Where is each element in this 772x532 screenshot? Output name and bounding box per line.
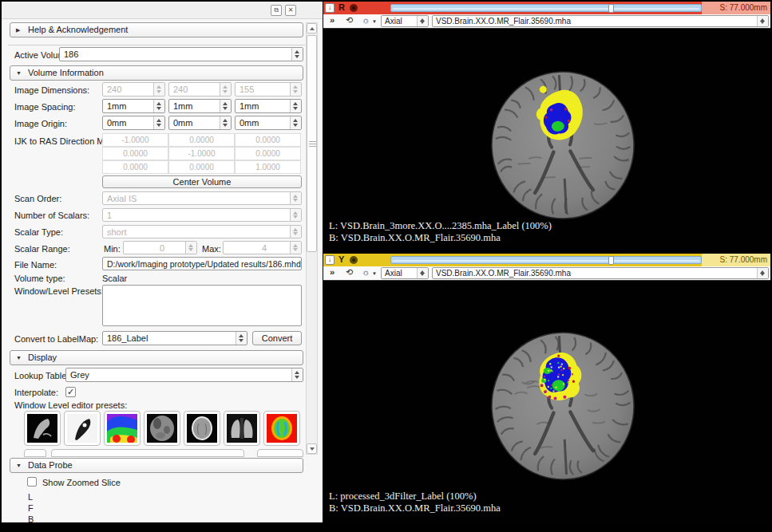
image-origin-y[interactable]: 0mm (168, 116, 232, 130)
scan-order-combo[interactable]: Axial IS (102, 191, 302, 205)
image-spacing-y[interactable]: 1mm (168, 99, 232, 113)
wl-preset-thumbnail-2[interactable] (64, 411, 101, 446)
wl-preset-thumbnail-5[interactable] (184, 411, 220, 446)
spinner-icon[interactable] (291, 48, 303, 61)
interpolate-checkbox[interactable]: ✓ (65, 387, 76, 397)
image-spacing-x[interactable]: 1mm (102, 99, 165, 113)
image-dimensions-z[interactable]: 155 (235, 82, 302, 97)
show-zoomed-slice-checkbox[interactable] (27, 477, 37, 487)
image-origin-label: Image Origin: (14, 119, 67, 128)
spinner-icon[interactable] (153, 100, 164, 112)
overlay-background-line: B: VSD.Brain.XX.O.MR_Flair.35690.mha (329, 232, 552, 244)
eye-icon[interactable] (350, 256, 358, 264)
number-of-scalars-field[interactable]: 1 (102, 208, 302, 222)
probe-row-f: F (28, 503, 34, 513)
center-volume-button[interactable]: Center Volume (102, 175, 302, 188)
spinner-icon[interactable] (290, 100, 301, 112)
wl-preset-thumbnail-6[interactable] (224, 411, 260, 446)
image-dimensions-y[interactable]: 240 (168, 82, 232, 97)
wl-preset-thumbnail-3[interactable] (104, 411, 141, 446)
volume-information-header[interactable]: ▼ Volume Information (10, 65, 303, 81)
spinner-icon[interactable] (417, 268, 428, 278)
link-views-icon[interactable]: ⟲ (346, 267, 353, 278)
slider-groove (393, 8, 699, 10)
image-spacing-z[interactable]: 1mm (235, 99, 302, 113)
pin-icon[interactable]: ↓ (325, 3, 335, 13)
overlay-label-line: L: VSD.Brain_3more.XX.O....2385.mha_Labe… (329, 220, 552, 232)
spinner-icon[interactable] (220, 100, 231, 112)
spinner-icon[interactable] (290, 83, 301, 96)
wl-presets-label: Window/Level Presets: (14, 286, 104, 296)
float-panel-icon[interactable]: ⧉ (271, 5, 282, 16)
slider-handle[interactable] (608, 256, 614, 265)
interpolate-label: Interpolate: (14, 388, 58, 397)
spinner-icon[interactable] (290, 192, 301, 204)
scrollbar-thumb[interactable] (307, 35, 317, 252)
lookup-table-label: Lookup Table: (14, 371, 69, 380)
volume-combo[interactable]: VSD.Brain.XX.O.MR_Flair.35690.mha (432, 15, 769, 27)
more-options-icon[interactable]: » (330, 15, 335, 25)
clipped-preset-box (24, 449, 46, 457)
preset-image-abdomen-ct (147, 414, 177, 443)
spinner-icon[interactable] (757, 16, 768, 26)
panel-scrollbar[interactable] (306, 22, 318, 455)
image-dimensions-x[interactable]: 240 (102, 82, 165, 97)
file-name-label: File Name: (14, 260, 57, 270)
scroll-down-icon[interactable] (307, 443, 317, 454)
brightness-icon[interactable]: ☼ (362, 267, 370, 277)
spinner-icon[interactable] (290, 116, 301, 129)
dropdown-arrow-icon[interactable]: ▼ (372, 19, 377, 24)
eye-icon[interactable] (350, 4, 358, 12)
file-name-input[interactable]: D:/work/Imaging prototype/Updated result… (102, 257, 302, 270)
checkmark-icon: ✓ (67, 387, 74, 396)
red-slice-image[interactable]: L: VSD.Brain_3more.XX.O....2385.mha_Labe… (323, 29, 770, 252)
close-panel-icon[interactable]: ✕ (285, 5, 296, 16)
show-zoomed-slice-label: Show Zoomed Slice (42, 478, 121, 487)
image-origin-x[interactable]: 0mm (102, 116, 165, 130)
scalar-type-combo[interactable]: short (102, 225, 302, 238)
scalar-range-min-field[interactable]: 0 (123, 241, 197, 254)
convert-labelmap-combo[interactable]: 186_Label (102, 331, 247, 345)
dropdown-arrow-icon[interactable]: ▼ (372, 271, 377, 276)
spinner-icon[interactable] (185, 242, 196, 254)
spinner-icon[interactable] (417, 16, 428, 26)
wl-presets-listbox[interactable] (102, 285, 302, 326)
yellow-slice-image[interactable]: L: processed_3dFilter_Label (100%) B: VS… (323, 281, 770, 522)
more-options-icon[interactable]: » (330, 267, 335, 277)
spinner-icon[interactable] (220, 116, 231, 129)
help-section-header[interactable]: ▶ Help & Acknowledgement (10, 22, 303, 37)
convert-button[interactable]: Convert (252, 331, 302, 345)
slider-handle[interactable] (608, 4, 614, 13)
slice-slider[interactable] (390, 256, 702, 264)
slice-slider[interactable] (390, 4, 702, 12)
scalar-range-max-field[interactable]: 4 (223, 241, 302, 254)
wl-preset-thumbnail-1[interactable] (24, 411, 61, 446)
lookup-table-combo[interactable]: Grey (65, 368, 303, 382)
pin-icon[interactable]: ↓ (325, 255, 335, 265)
spinner-icon[interactable] (291, 368, 303, 381)
wl-preset-thumbnail-4[interactable] (144, 411, 180, 446)
spinner-icon[interactable] (290, 226, 301, 238)
spinner-icon[interactable] (757, 268, 768, 278)
spinner-icon[interactable] (236, 332, 247, 345)
slider-groove (393, 260, 699, 262)
matrix-cell: 0.0000 (102, 160, 168, 174)
image-origin-z[interactable]: 0mm (235, 116, 302, 130)
spinner-icon[interactable] (290, 242, 301, 254)
red-view-toolbar: » ⟲ ☼ ▼ Axial VSD.Brain.XX.O.MR_Flair.35… (323, 14, 770, 29)
spinner-icon[interactable] (290, 209, 301, 221)
volume-combo[interactable]: VSD.Brain.XX.O.MR_Flair.35690.mha (432, 267, 769, 279)
scroll-up-icon[interactable] (307, 23, 317, 33)
link-views-icon[interactable]: ⟲ (346, 15, 353, 26)
orientation-combo[interactable]: Axial (381, 15, 429, 27)
spinner-icon[interactable] (220, 83, 231, 96)
slice-overlay-text: L: VSD.Brain_3more.XX.O....2385.mha_Labe… (329, 220, 552, 244)
orientation-combo[interactable]: Axial (381, 267, 429, 279)
data-probe-header[interactable]: ▼ Data Probe (10, 458, 303, 473)
display-section-header[interactable]: ▼ Display (10, 350, 303, 365)
active-volume-selector[interactable]: 186 (59, 47, 303, 61)
spinner-icon[interactable] (153, 116, 164, 129)
brightness-icon[interactable]: ☼ (362, 15, 370, 25)
spinner-icon[interactable] (153, 83, 164, 96)
wl-preset-thumbnail-7[interactable] (263, 411, 300, 446)
